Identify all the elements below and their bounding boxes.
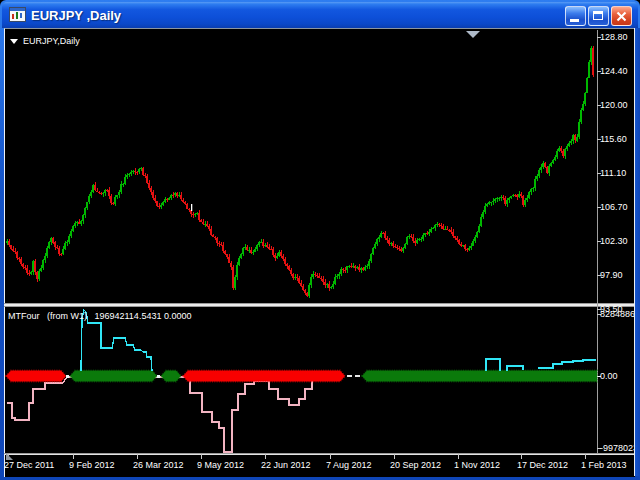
date-scale[interactable] bbox=[5, 455, 634, 475]
main-price-scale[interactable] bbox=[598, 30, 634, 303]
minimize-icon bbox=[570, 19, 579, 22]
window-title: EURJPY ,Daily bbox=[31, 8, 121, 23]
close-icon bbox=[616, 11, 627, 22]
close-button[interactable] bbox=[611, 6, 632, 26]
chart-window: EURJPY ,Daily EURJPY,Daily MTFour (from … bbox=[0, 0, 640, 480]
minimize-button[interactable] bbox=[565, 6, 586, 26]
title-bar[interactable]: EURJPY ,Daily bbox=[2, 2, 638, 28]
indicator-price-scale[interactable] bbox=[598, 307, 634, 452]
maximize-button[interactable] bbox=[588, 6, 609, 26]
window-right-border bbox=[634, 28, 640, 476]
maximize-icon bbox=[593, 11, 603, 20]
main-chart-plot[interactable] bbox=[5, 30, 597, 303]
chart-window-icon bbox=[9, 7, 26, 23]
indicator-plot[interactable] bbox=[5, 307, 597, 452]
